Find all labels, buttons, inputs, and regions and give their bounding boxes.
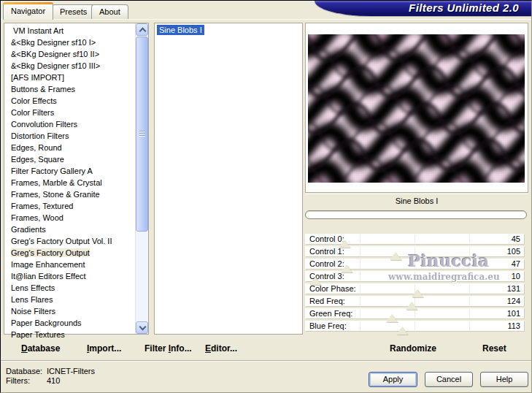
- help-button[interactable]: Help: [480, 372, 528, 387]
- label-part: nfo...: [171, 343, 192, 354]
- control-value: 124: [507, 296, 520, 306]
- slider-row[interactable]: Blue Freq:113: [305, 321, 524, 331]
- slider-thumb-triangle[interactable]: [396, 327, 408, 335]
- app-title: Filters Unlimited 2.0: [409, 1, 519, 14]
- database-button[interactable]: Database: [21, 343, 60, 354]
- control-value: 113: [507, 321, 520, 331]
- tab-about[interactable]: About: [91, 4, 128, 20]
- status-database-label: Database:: [6, 367, 42, 376]
- control-label: Control 1:: [309, 246, 344, 256]
- category-item[interactable]: Convolution Filters: [4, 118, 148, 130]
- reset-button[interactable]: Reset: [482, 343, 506, 354]
- tab-navigator-label: Navigator: [11, 7, 45, 15]
- filter-list[interactable]: Sine Blobs I: [154, 23, 303, 335]
- label-part: ditor...: [211, 343, 237, 354]
- filter-preview-image: [308, 34, 525, 183]
- controls-list: Control 0:45Control 1:105Control 2:47Con…: [305, 234, 524, 333]
- scroll-up-icon[interactable]: [136, 23, 148, 36]
- category-item[interactable]: Color Effects: [4, 95, 148, 107]
- status-database-value: ICNET-Filters: [47, 367, 95, 376]
- category-item[interactable]: Lens Flares: [4, 294, 148, 305]
- scrollbar-thumb[interactable]: [136, 37, 148, 232]
- category-item[interactable]: Edges, Square: [4, 153, 148, 165]
- separator-line: [1, 361, 531, 362]
- slider-thumb-triangle[interactable]: [386, 314, 398, 322]
- category-item[interactable]: Buttons & Frames: [4, 83, 148, 95]
- category-item[interactable]: Color Filters: [4, 107, 148, 118]
- category-item[interactable]: Paper Textures: [4, 329, 148, 340]
- import-button[interactable]: Import...: [87, 343, 121, 354]
- category-item[interactable]: &<BKg Designer sf10 II>: [4, 48, 148, 60]
- control-value: 131: [507, 283, 520, 294]
- category-item[interactable]: &<Bkg Designer sf10 I>: [4, 37, 148, 48]
- control-value: 105: [507, 246, 520, 256]
- preview-panel: [305, 23, 528, 193]
- category-item[interactable]: VM Instant Art: [4, 25, 148, 37]
- category-item[interactable]: Distortion Filters: [4, 130, 148, 142]
- slider-thumb-triangle[interactable]: [412, 289, 423, 297]
- control-label: Blue Freq:: [309, 321, 347, 331]
- label-part: atabase: [28, 343, 61, 354]
- scroll-down-icon[interactable]: [136, 321, 148, 334]
- randomize-button[interactable]: Randomize: [390, 343, 436, 354]
- category-item[interactable]: Paper Backgrounds: [4, 317, 148, 329]
- category-item[interactable]: Gradients: [4, 224, 148, 235]
- filter-info-button[interactable]: Filter Info...: [144, 343, 192, 354]
- category-item[interactable]: [AFS IMPORT]: [4, 72, 148, 83]
- tab-about-label: About: [99, 7, 120, 16]
- watermark-name: Pinuccia: [408, 251, 489, 270]
- slider-thumb-triangle[interactable]: [339, 240, 350, 248]
- category-item[interactable]: Frames, Stone & Granite: [4, 188, 148, 200]
- tab-presets[interactable]: Presets: [52, 4, 95, 20]
- label-part: Filter: [144, 343, 169, 354]
- selected-filter-title: Sine Blobs I: [305, 194, 528, 208]
- category-item[interactable]: Greg's Factory Output: [4, 247, 148, 259]
- filters-unlimited-dialog: Navigator Presets About Filters Unlimite…: [0, 0, 532, 393]
- slider-row[interactable]: Control 0:45: [305, 234, 524, 244]
- slider-row[interactable]: Color Phase:131: [305, 283, 524, 294]
- slider-thumb-triangle[interactable]: [406, 302, 417, 310]
- editor-button[interactable]: Editor...: [205, 343, 237, 354]
- category-scrollbar[interactable]: [135, 23, 148, 334]
- control-value: 101: [507, 308, 520, 318]
- tab-navigator[interactable]: Navigator: [3, 2, 53, 20]
- status-filters-value: 410: [47, 376, 60, 386]
- status-filters-label: Filters:: [6, 376, 30, 386]
- category-item[interactable]: Edges, Round: [4, 142, 148, 153]
- category-list[interactable]: VM Instant Art&<Bkg Designer sf10 I>&<BK…: [4, 23, 149, 335]
- control-label: Control 2:: [309, 259, 344, 269]
- category-item[interactable]: Lens Effects: [4, 282, 148, 294]
- control-label: Red Freq:: [309, 296, 345, 306]
- tabpage-top-edge: [1, 19, 531, 20]
- category-item[interactable]: Frames, Textured: [4, 200, 148, 212]
- slider-thumb-triangle[interactable]: [309, 277, 321, 285]
- label-part: mport...: [89, 343, 121, 354]
- apply-button[interactable]: Apply: [369, 372, 417, 387]
- category-item[interactable]: Greg's Factory Output Vol. II: [4, 235, 148, 247]
- control-value: 47: [512, 259, 520, 269]
- category-item[interactable]: Image Enhancement: [4, 259, 148, 270]
- control-label: Green Freq:: [309, 308, 352, 318]
- slider-row[interactable]: Green Freq:101: [305, 308, 524, 318]
- label-mnemonic: E: [205, 343, 211, 354]
- category-item[interactable]: Filter Factory Gallery A: [4, 165, 148, 177]
- control-value: 45: [512, 234, 520, 244]
- label-mnemonic: D: [21, 343, 28, 354]
- progress-bar: [305, 210, 527, 219]
- tab-presets-label: Presets: [60, 7, 87, 16]
- cancel-button[interactable]: Cancel: [425, 372, 473, 387]
- category-item[interactable]: Frames, Wood: [4, 212, 148, 224]
- filter-item[interactable]: Sine Blobs I: [155, 23, 302, 35]
- control-value: 10: [512, 271, 520, 281]
- category-item[interactable]: Frames, Marble & Crystal: [4, 177, 148, 188]
- slider-thumb-triangle[interactable]: [341, 264, 352, 272]
- slider-row[interactable]: Red Freq:124: [305, 296, 524, 306]
- watermark-site: www.maidiregrafica.eu: [388, 272, 500, 282]
- category-item[interactable]: It@lian Editors Effect: [4, 270, 148, 282]
- control-label: Color Phase:: [309, 283, 356, 294]
- category-item[interactable]: &<Bkg Designer sf10 III>: [4, 60, 148, 72]
- slider-thumb-triangle[interactable]: [390, 252, 401, 260]
- category-item[interactable]: Noise Filters: [4, 305, 148, 317]
